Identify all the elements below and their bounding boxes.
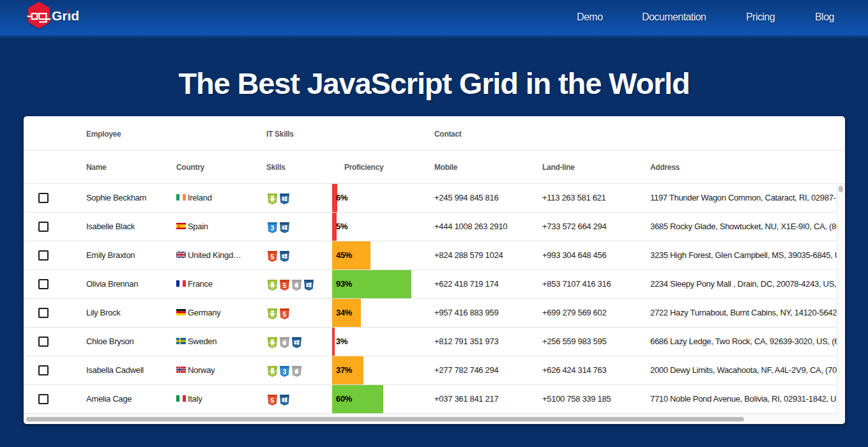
svg-text:5: 5 <box>283 282 287 289</box>
svg-text:3: 3 <box>271 224 275 232</box>
svg-text:5: 5 <box>271 397 275 404</box>
svg-text:5: 5 <box>283 310 287 318</box>
svg-text:3: 3 <box>283 368 287 375</box>
svg-text:5: 5 <box>271 253 275 261</box>
